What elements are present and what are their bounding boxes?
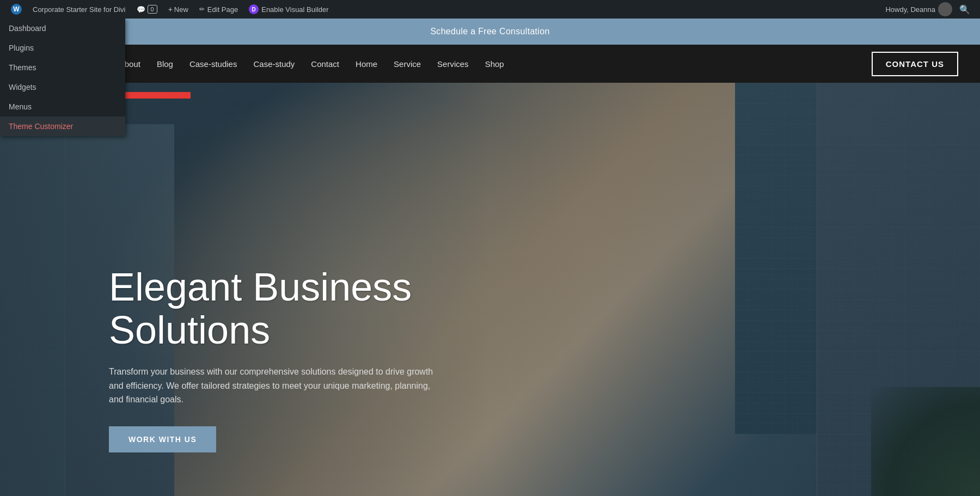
admin-bar: W Corporate Starter Site for Divi 💬 0 + …	[0, 0, 980, 19]
edit-icon: ✏	[199, 5, 205, 13]
wp-icon: W	[11, 4, 22, 15]
dropdown-item-widgets[interactable]: Widgets	[0, 77, 125, 97]
top-banner: Schedule a Free Consultation	[0, 19, 980, 45]
dropdown-item-plugins[interactable]: Plugins	[0, 38, 125, 58]
dropdown-item-dashboard[interactable]: Dashboard	[0, 19, 125, 38]
admin-bar-right: Howdy, Deanna 🔍	[885, 2, 975, 16]
nav-item-case-studies[interactable]: Case-studies	[182, 45, 245, 83]
site-header: DIVI About Blog Case-studies Case-study …	[0, 45, 980, 83]
wp-logo-item[interactable]: W	[5, 0, 27, 19]
hero-section: Elegant Business Solutions Transform you…	[0, 83, 980, 496]
howdy-text: Howdy, Deanna	[885, 5, 935, 14]
dropdown-item-menus[interactable]: Menus	[0, 97, 125, 117]
nav-item-services[interactable]: Services	[430, 45, 476, 83]
edit-page-label: Edit Page	[207, 5, 238, 14]
nav-item-contact[interactable]: Contact	[303, 45, 347, 83]
hero-subtitle: Transform your business with our compreh…	[109, 365, 436, 407]
dropdown-item-theme-customizer[interactable]: Theme Customizer	[0, 117, 125, 136]
hero-title: Elegant Business Solutions	[109, 266, 544, 352]
site-nav: About Blog Case-studies Case-study Conta…	[112, 45, 872, 83]
plus-icon: +	[168, 5, 173, 14]
site-name-label: Corporate Starter Site for Divi	[33, 5, 126, 14]
new-item[interactable]: + New	[163, 0, 194, 19]
search-icon[interactable]: 🔍	[955, 4, 975, 15]
nav-item-case-study[interactable]: Case-study	[246, 45, 302, 83]
banner-text: Schedule a Free Consultation	[430, 27, 549, 36]
nav-item-blog[interactable]: Blog	[149, 45, 181, 83]
nav-item-service[interactable]: Service	[386, 45, 428, 83]
comment-icon: 💬	[137, 5, 145, 14]
dropdown-item-themes[interactable]: Themes	[0, 58, 125, 77]
hero-content: Elegant Business Solutions Transform you…	[109, 266, 544, 452]
nav-item-shop[interactable]: Shop	[477, 45, 512, 83]
site-name-item[interactable]: Corporate Starter Site for Divi	[27, 0, 131, 19]
dropdown-menu: Dashboard Plugins Themes Widgets Menus T…	[0, 19, 125, 136]
contact-us-button[interactable]: CONTACT US	[872, 52, 958, 76]
nav-item-home[interactable]: Home	[348, 45, 385, 83]
visual-builder-item[interactable]: D Enable Visual Builder	[243, 0, 334, 19]
divi-icon: D	[249, 4, 259, 14]
visual-builder-label: Enable Visual Builder	[261, 5, 328, 14]
new-label: New	[174, 5, 188, 14]
avatar	[938, 2, 952, 16]
work-with-us-button[interactable]: WORK WITH US	[109, 426, 216, 452]
comment-count: 0	[148, 5, 157, 14]
comments-item[interactable]: 💬 0	[131, 0, 163, 19]
edit-page-item[interactable]: ✏ Edit Page	[194, 0, 243, 19]
